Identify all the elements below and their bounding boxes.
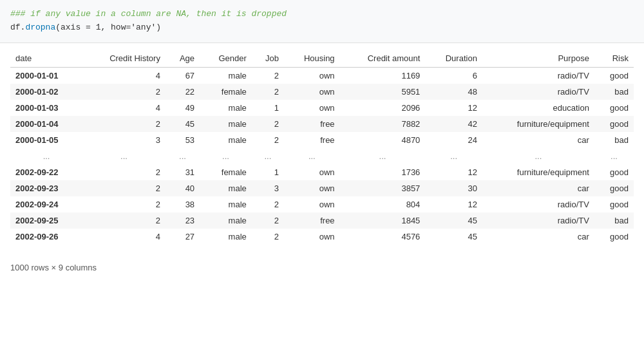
code-comment: ### if any value in a column are NA, the… (10, 9, 287, 19)
table-cell: radio/TV (482, 212, 594, 229)
table-cell: 2000-01-01 (10, 67, 82, 84)
table-cell: 4 (82, 100, 166, 116)
table-cell: education (482, 100, 594, 116)
col-header-credit-history: Credit History (82, 50, 166, 68)
table-row: 2000-01-03449male1own209612educationgood (10, 100, 634, 116)
table-cell: 12 (425, 164, 482, 180)
table-cell: 2002-09-23 (10, 180, 82, 196)
table-cell: 22 (166, 84, 200, 100)
table-cell: 2 (252, 229, 284, 245)
col-header-job: Job (252, 50, 284, 68)
table-cell: 45 (425, 229, 482, 245)
table-cell: 2002-09-24 (10, 196, 82, 212)
table-cell: ... (200, 148, 252, 164)
table-cell: male (200, 116, 252, 132)
table-cell: 45 (166, 116, 200, 132)
table-cell: 2 (82, 180, 166, 196)
col-header-age: Age (166, 50, 200, 68)
table-cell: 12 (425, 196, 482, 212)
table-cell: 2 (82, 84, 166, 100)
table-cell: ... (340, 148, 426, 164)
table-cell: 2 (82, 212, 166, 229)
table-cell: own (284, 196, 340, 212)
table-cell: good (594, 164, 634, 180)
table-cell: 1169 (340, 67, 426, 84)
table-cell: 6 (425, 67, 482, 84)
table-cell: ... (82, 148, 166, 164)
table-cell: 3 (252, 180, 284, 196)
table-cell: ... (166, 148, 200, 164)
table-cell: own (284, 100, 340, 116)
table-row: 2002-09-22231female1own173612furniture/e… (10, 164, 634, 180)
table-cell: bad (594, 212, 634, 229)
table-cell: ... (425, 148, 482, 164)
table-cell: car (482, 180, 594, 196)
table-cell: good (594, 116, 634, 132)
table-cell: 49 (166, 100, 200, 116)
table-cell: 2 (82, 116, 166, 132)
code-func: df. (10, 23, 25, 32)
table-cell: 2 (252, 196, 284, 212)
table-cell: 7882 (340, 116, 426, 132)
table-cell: 4 (82, 67, 166, 84)
table-cell: car (482, 229, 594, 245)
table-cell: 24 (425, 132, 482, 148)
table-cell: male (200, 180, 252, 196)
table-cell: male (200, 196, 252, 212)
table-cell: female (200, 84, 252, 100)
table-cell: 2000-01-05 (10, 132, 82, 148)
table-cell: own (284, 164, 340, 180)
table-cell: 2002-09-25 (10, 212, 82, 229)
table-cell: 1 (252, 164, 284, 180)
col-header-purpose: Purpose (482, 50, 594, 68)
table-cell: 31 (166, 164, 200, 180)
table-cell: good (594, 67, 634, 84)
table-row: 2002-09-26427male2own457645cargood (10, 229, 634, 245)
table-cell: ... (482, 148, 594, 164)
table-row: 2002-09-23240male3own385730cargood (10, 180, 634, 196)
table-cell: ... (284, 148, 340, 164)
table-cell: 40 (166, 180, 200, 196)
table-cell: ... (594, 148, 634, 164)
table-cell: 2 (252, 84, 284, 100)
data-table: date Credit History Age Gender Job Housi… (10, 50, 634, 245)
table-cell: furniture/equipment (482, 164, 594, 180)
table-cell: 804 (340, 196, 426, 212)
table-cell: 2 (252, 67, 284, 84)
col-header-housing: Housing (284, 50, 340, 68)
table-cell: 42 (425, 116, 482, 132)
table-cell: own (284, 229, 340, 245)
table-cell: 67 (166, 67, 200, 84)
table-cell: good (594, 196, 634, 212)
table-cell: male (200, 212, 252, 229)
table-footer: 1000 rows × 9 columns (0, 258, 644, 280)
col-header-gender: Gender (200, 50, 252, 68)
table-row: 2000-01-02222female2own595148radio/TVbad (10, 84, 634, 100)
table-cell: male (200, 100, 252, 116)
table-cell: free (284, 116, 340, 132)
table-cell: ... (10, 148, 82, 164)
table-cell: furniture/equipment (482, 116, 594, 132)
table-cell: 1 (252, 100, 284, 116)
table-row: 2002-09-25223male2free184545radio/TVbad (10, 212, 634, 229)
table-cell: car (482, 132, 594, 148)
code-args: (axis = 1, how='any') (55, 23, 161, 32)
table-cell: good (594, 229, 634, 245)
table-cell: 5951 (340, 84, 426, 100)
table-cell: 2 (252, 212, 284, 229)
table-cell: 2000-01-04 (10, 116, 82, 132)
table-cell: 3 (82, 132, 166, 148)
table-cell: free (284, 132, 340, 148)
table-cell: own (284, 67, 340, 84)
table-cell: 2 (82, 164, 166, 180)
table-cell: radio/TV (482, 84, 594, 100)
table-cell: 2002-09-22 (10, 164, 82, 180)
table-container: date Credit History Age Gender Job Housi… (0, 43, 644, 258)
table-cell: 30 (425, 180, 482, 196)
table-row: 2000-01-01467male2own11696radio/TVgood (10, 67, 634, 84)
table-cell: own (284, 180, 340, 196)
table-row: 2000-01-04245male2free788242furniture/eq… (10, 116, 634, 132)
table-cell: 2002-09-26 (10, 229, 82, 245)
table-cell: male (200, 132, 252, 148)
table-cell: radio/TV (482, 67, 594, 84)
